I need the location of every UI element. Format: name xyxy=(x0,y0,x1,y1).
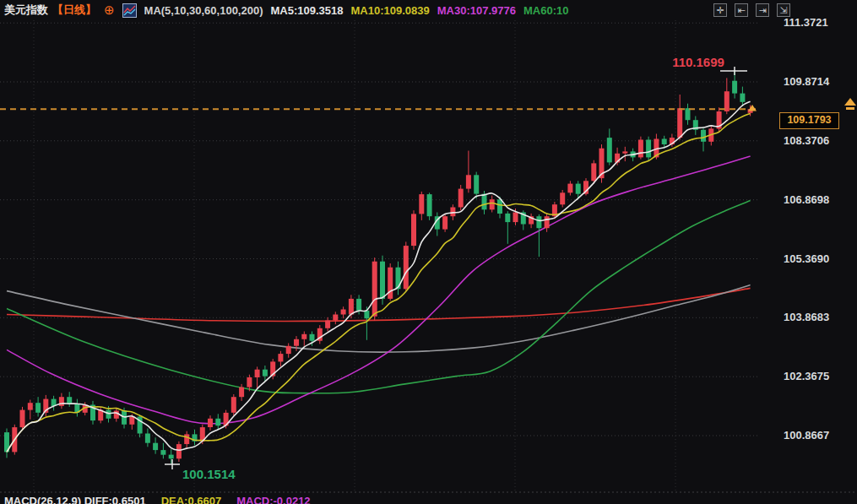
ma200-line xyxy=(7,288,751,321)
ma-group-label: MA(5,10,30,60,100,200) xyxy=(144,4,263,17)
ma30-line xyxy=(7,156,751,424)
price-axis-label: 102.3675 xyxy=(784,370,851,382)
chart-toolbar: ✛ ⇤ ⇥ ⇲ xyxy=(713,3,790,17)
pan-button[interactable]: ✛ xyxy=(713,3,727,17)
macd-dea-value: DEA:0.6607 xyxy=(161,495,222,504)
ma60-line xyxy=(7,201,751,393)
svg-text:100.1514: 100.1514 xyxy=(182,467,236,481)
macd-indicator-row: MACD(26,12,9) DIFF:0.6501 DEA:0.6607 MAC… xyxy=(4,495,311,504)
add-indicator-icon[interactable]: ⊕ xyxy=(104,3,115,18)
trading-app-chart-window: { "header": { "symbol": "美元指数", "period_… xyxy=(0,0,857,504)
candlestick-chart[interactable]: 110.1699100.1514 xyxy=(0,0,857,504)
low-label: 100.1514 xyxy=(182,467,236,481)
candles-layer xyxy=(4,70,753,463)
price-axis-label: 106.8698 xyxy=(784,193,851,206)
current-price-badge: 109.1793 xyxy=(779,112,839,129)
price-axis-label: 109.8714 xyxy=(784,75,851,88)
low-marker xyxy=(165,459,180,469)
mini-chart-icon[interactable] xyxy=(122,3,137,18)
ma30-value: MA30:107.9776 xyxy=(437,4,516,17)
detach-pane-button[interactable]: ⇲ xyxy=(777,3,790,17)
price-axis-label: 103.8683 xyxy=(784,311,851,323)
period-tag[interactable]: 【日线】 xyxy=(52,3,96,18)
ma100-line xyxy=(7,285,751,352)
axis-price-marker xyxy=(844,98,856,110)
svg-text:110.1699: 110.1699 xyxy=(672,55,724,69)
scale-right-button[interactable]: ⇥ xyxy=(756,3,769,17)
macd-value: MACD:-0.0212 xyxy=(236,495,310,504)
high-label: 110.1699 xyxy=(672,55,724,69)
ma60-value: MA60:10 xyxy=(523,4,568,17)
ma10-line xyxy=(7,114,751,453)
gridlines xyxy=(0,20,757,491)
price-axis-label: 111.3721 xyxy=(784,16,851,29)
last-price-arrow xyxy=(748,105,757,111)
chart-legend: 美元指数 【日线】 ⊕ MA(5,10,30,60,100,200) MA5:1… xyxy=(4,3,568,18)
scale-left-button[interactable]: ⇤ xyxy=(735,3,748,17)
ma5-value: MA5:109.3518 xyxy=(271,4,344,17)
symbol-name: 美元指数 xyxy=(4,3,48,18)
macd-params-diff: MACD(26,12,9) DIFF:0.6501 xyxy=(4,495,146,504)
price-axis-label: 100.8667 xyxy=(784,429,851,442)
price-axis-label: 105.3690 xyxy=(784,252,851,265)
price-axis-label: 108.3706 xyxy=(784,134,851,147)
ma10-value: MA10:109.0839 xyxy=(351,4,430,17)
